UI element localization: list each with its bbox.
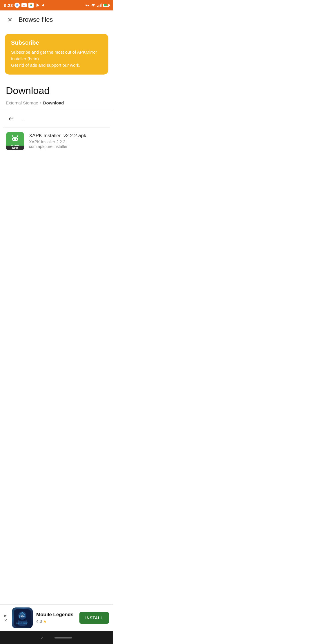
file-app-name: XAPK Installer 2.2.2 — [29, 140, 107, 144]
page-title: Download — [0, 79, 113, 99]
breadcrumb-separator: › — [40, 100, 41, 105]
svg-line-5 — [17, 135, 18, 137]
breadcrumb: External Storage › Download — [0, 99, 113, 110]
signal-icon — [97, 3, 102, 7]
apk-badge: APK — [6, 146, 24, 150]
apk-file-row[interactable]: XAPK APK XAPK Installer_v2.2.2.apk XAPK … — [3, 128, 110, 154]
header: ✕ Browse files — [0, 10, 113, 29]
battery-icon — [103, 4, 109, 7]
status-bar: 9:23 G M ▾◂ — [0, 0, 113, 10]
svg-point-7 — [13, 139, 14, 140]
breadcrumb-current: Download — [43, 100, 64, 105]
notification-dot — [42, 4, 44, 6]
subscribe-text: Subscribe and get the most out of APKMir… — [11, 49, 102, 69]
status-time: 9:23 — [4, 3, 13, 8]
svg-point-8 — [16, 139, 17, 140]
file-info: XAPK Installer_v2.2.2.apk XAPK Installer… — [29, 133, 107, 149]
subscribe-banner[interactable]: Subscribe Subscribe and get the most out… — [5, 34, 108, 75]
wifi-icon-svg — [91, 3, 96, 7]
svg-rect-6 — [12, 137, 18, 141]
svg-point-3 — [93, 7, 94, 8]
apk-icon-wrapper: XAPK APK — [6, 132, 24, 150]
play-icon — [35, 3, 41, 8]
status-icons: ▾◂ — [85, 3, 109, 8]
photos-icon — [28, 3, 34, 8]
android-robot-svg — [9, 134, 21, 146]
wifi-icon: ▾◂ — [85, 3, 89, 8]
svg-marker-2 — [37, 3, 39, 7]
back-arrow-icon: ↵ — [6, 114, 17, 123]
file-list: ↵ .. XAPK APK XAPK Ins — [0, 110, 113, 154]
google-icon: G — [14, 3, 20, 8]
back-navigation-row[interactable]: ↵ .. — [3, 110, 110, 128]
svg-line-4 — [12, 135, 13, 137]
parent-directory-label: .. — [22, 116, 25, 122]
breadcrumb-parent[interactable]: External Storage — [6, 100, 38, 105]
subscribe-title: Subscribe — [11, 39, 102, 46]
gmail-icon: M — [21, 3, 27, 7]
file-name: XAPK Installer_v2.2.2.apk — [29, 133, 107, 139]
close-button[interactable]: ✕ — [5, 15, 15, 25]
file-package-name: com.apkpure.installer — [29, 144, 107, 149]
header-title: Browse files — [19, 16, 53, 23]
